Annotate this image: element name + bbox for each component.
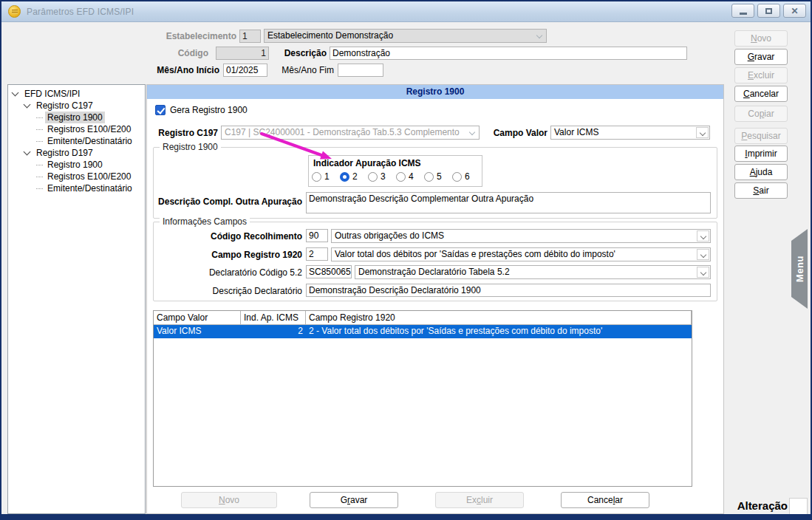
tree-item-registro-1900[interactable]: Registro 1900 (8, 112, 145, 123)
novo-button-side: Novo (734, 30, 788, 47)
registros-table[interactable]: Campo ValorInd. Ap. ICMSCampo Registro 1… (153, 310, 692, 487)
informacoes-campos-title: Informações Campos (160, 216, 250, 228)
imprimir-button-side[interactable]: Imprimir (734, 146, 788, 162)
tree-item-label: Registro C197 (34, 100, 95, 112)
info-code-field[interactable]: SC850065 (306, 265, 352, 278)
app-window: Parâmetros EFD ICMS/IPI ✕ Estabeleciment… (0, 0, 812, 520)
excluir-button-bottom: Excluir (435, 492, 524, 508)
indicador-apuracao-panel: Indicador Apuração ICMS 123456 (308, 155, 482, 187)
tree-item-emitente-destinat-rio[interactable]: Emitente/Destinatário (8, 135, 145, 147)
tree-connector (36, 165, 43, 165)
navigation-tree: EFD ICMS/IPIRegistro C197Registro 1900Re… (7, 84, 146, 514)
window-title: Parâmetros EFD ICMS/IPI (27, 7, 134, 17)
chevron-down-icon (536, 32, 542, 38)
tree-item-efd-icms-ipi[interactable]: EFD ICMS/IPI (8, 88, 145, 100)
table-row[interactable]: Valor ICMS22 - Valor total dos débitos p… (154, 325, 692, 338)
tree-connector (36, 129, 43, 130)
tree-expand-icon[interactable] (24, 148, 31, 156)
radio-icon (312, 172, 321, 182)
combo-arrow (697, 249, 709, 260)
campo-valor-combo[interactable]: Valor ICMS (550, 126, 710, 140)
gravar-button-bottom[interactable]: Gravar (310, 492, 398, 508)
descricao-compl-field[interactable]: Demonstração Descrição Complementar Outr… (306, 192, 711, 213)
app-icon (8, 5, 21, 18)
maximize-icon (765, 8, 772, 14)
copiar-button-side: Copiar (734, 106, 788, 122)
radio-option-4[interactable]: 4 (396, 171, 424, 182)
chevron-down-icon (700, 252, 706, 258)
registro-c197-combo[interactable]: C197 | SC24000001 - Demonstração Tab.5.3… (221, 126, 480, 140)
title-bar: Parâmetros EFD ICMS/IPI ✕ (1, 1, 811, 22)
radio-option-3[interactable]: 3 (368, 171, 396, 182)
descricao-label: Descrição (275, 47, 327, 59)
radio-icon (424, 172, 434, 182)
tree-item-registros-e100-e200[interactable]: Registros E100/E200 (8, 123, 145, 135)
panel-header: Registro 1900 (147, 85, 723, 99)
codigo-field: 1 (216, 47, 269, 60)
info-code-field[interactable]: 2 (306, 247, 328, 261)
gravar-button-side[interactable]: Gravar (734, 49, 788, 65)
radio-option-5[interactable]: 5 (424, 171, 452, 182)
ajuda-button-side[interactable]: Ajuda (734, 164, 788, 180)
tree-expand-icon[interactable] (12, 89, 19, 97)
radio-option-2[interactable]: 2 (340, 171, 368, 182)
radio-icon (396, 172, 406, 182)
info-desc-field[interactable]: Demonstração Descrição Declaratório 1900 (306, 284, 711, 297)
radio-label: 4 (409, 171, 414, 182)
radio-option-1[interactable]: 1 (312, 171, 340, 182)
tree-item-registro-1900[interactable]: Registro 1900 (8, 159, 145, 171)
combo-arrow (697, 230, 709, 242)
chevron-down-icon (700, 233, 706, 239)
table-header-cell[interactable]: Ind. Ap. ICMS (241, 311, 306, 324)
tree-item-emitente-destinat-rio[interactable]: Emitente/Destinatário (8, 182, 145, 194)
cell-campo-valor: Valor ICMS (154, 325, 241, 338)
maximize-button[interactable] (757, 4, 780, 18)
radio-label: 2 (352, 171, 358, 182)
tree-item-label: Emitente/Destinatário (45, 135, 134, 147)
codigo-label: Código (134, 47, 208, 59)
cancelar-button-bottom[interactable]: Cancelar (561, 492, 649, 508)
close-button[interactable]: ✕ (783, 4, 806, 18)
table-header: Campo ValorInd. Ap. ICMSCampo Registro 1… (154, 311, 692, 325)
tree-item-label: Registro D197 (34, 147, 95, 159)
estabelecimento-combo[interactable]: Estabelecimento Demonstração (264, 29, 547, 43)
tree-item-registro-c197[interactable]: Registro C197 (8, 100, 145, 112)
tree-expand-icon[interactable] (24, 101, 31, 109)
tree-item-label: Registros E100/E200 (45, 123, 133, 135)
info-desc-combo[interactable]: Outras obrigações do ICMS (331, 229, 711, 243)
info-desc-combo[interactable]: Valor total dos débitos por 'Saídas e pr… (331, 247, 711, 261)
tree-item-label: Registro 1900 (45, 112, 105, 123)
pesquisar-button-side: Pesquisar (734, 128, 788, 144)
menu-tab[interactable]: Menu (791, 229, 808, 309)
radio-icon (368, 172, 378, 182)
indicador-apuracao-label: Indicador Apuração ICMS (313, 157, 421, 169)
radio-label: 1 (324, 171, 330, 182)
novo-button-bottom: Novo (181, 492, 277, 508)
sair-button-side[interactable]: Sair (734, 182, 788, 199)
gera-registro-1900-checkbox[interactable] (155, 105, 166, 115)
estabelecimento-code-field: 1 (239, 30, 261, 43)
estabelecimento-label: Estabelecimento (134, 30, 236, 42)
mes-ano-inicio-field[interactable]: 01/2025 (223, 64, 267, 77)
informacoes-campos-groupbox: Informações Campos Código Recolhimento90… (153, 222, 717, 301)
radio-option-6[interactable]: 6 (452, 171, 480, 182)
radio-icon (340, 172, 349, 182)
table-header-cell[interactable]: Campo Valor (154, 311, 241, 324)
minimize-button[interactable] (731, 4, 754, 18)
top-form: Estabelecimento 1 Estabelecimento Demons… (1, 22, 811, 83)
tree-item-label: Registro 1900 (45, 159, 105, 171)
info-row-label: Declaratório Código 5.2 (154, 267, 302, 278)
tree-item-registro-d197[interactable]: Registro D197 (8, 147, 145, 159)
info-code-field[interactable]: 90 (306, 229, 328, 242)
excluir-button-side: Excluir (734, 67, 788, 83)
info-desc-combo[interactable]: Demonstração Declaratório Tabela 5.2 (355, 265, 711, 279)
registro-1900-panel: Registro 1900 Gera Registro 1900 Registr… (146, 84, 724, 514)
descricao-field[interactable]: Demonstração (330, 47, 687, 60)
chevron-down-icon (700, 130, 706, 136)
info-row-label: Descrição Declaratório (154, 285, 302, 297)
table-header-cell[interactable]: Campo Registro 1920 (306, 311, 692, 324)
tree-item-registros-e100-e200[interactable]: Registros E100/E200 (8, 171, 145, 182)
mes-ano-fim-field[interactable] (338, 64, 383, 77)
cancelar-button-side[interactable]: Cancelar (734, 86, 788, 102)
radio-label: 5 (437, 171, 442, 182)
